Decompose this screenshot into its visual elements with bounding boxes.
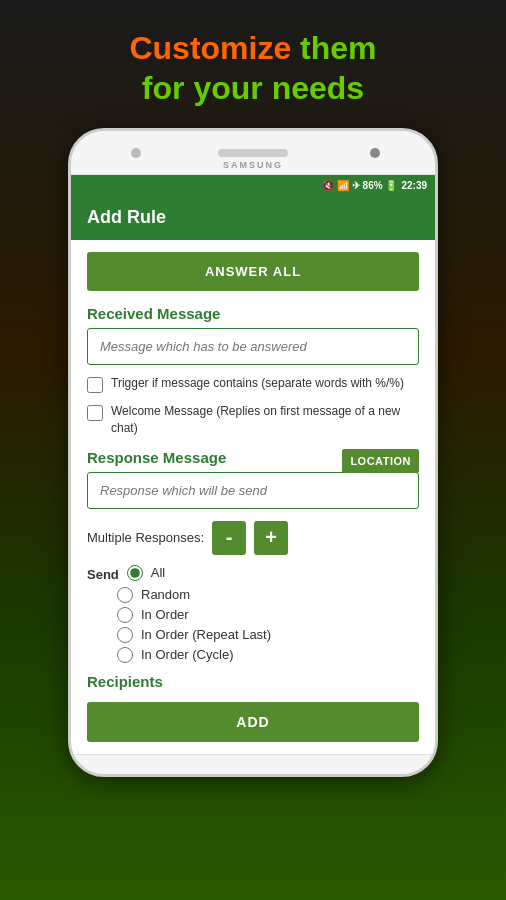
welcome-checkbox-row: Welcome Message (Replies on first messag… bbox=[87, 401, 419, 439]
send-inorder-repeat-label: In Order (Repeat Last) bbox=[141, 627, 271, 642]
multiple-responses-label: Multiple Responses: bbox=[87, 530, 204, 545]
received-message-input[interactable] bbox=[87, 328, 419, 365]
app-header: Add Rule bbox=[71, 195, 435, 240]
radio-group: Random In Order In Order (Repeat Last) I… bbox=[87, 587, 419, 663]
send-inorder-cycle-row: In Order (Cycle) bbox=[117, 647, 419, 663]
received-message-label: Received Message bbox=[87, 305, 419, 322]
send-inorder-repeat-row: In Order (Repeat Last) bbox=[117, 627, 419, 643]
send-section: Send All Random In Order In Order (Repe bbox=[87, 565, 419, 663]
app-header-title: Add Rule bbox=[87, 207, 419, 228]
send-random-radio[interactable] bbox=[117, 587, 133, 603]
response-message-input[interactable] bbox=[87, 472, 419, 509]
send-random-label: Random bbox=[141, 587, 190, 602]
send-all-label: All bbox=[151, 565, 165, 580]
headline-line2: for your needs bbox=[129, 68, 376, 108]
send-inorder-radio[interactable] bbox=[117, 607, 133, 623]
status-icons: 🔇 📶 ✈ 86% 🔋 bbox=[322, 180, 397, 191]
phone-camera-right bbox=[370, 148, 380, 158]
send-inorder-cycle-radio[interactable] bbox=[117, 647, 133, 663]
welcome-checkbox[interactable] bbox=[87, 405, 103, 421]
send-row: Send All bbox=[87, 565, 419, 585]
send-inorder-repeat-radio[interactable] bbox=[117, 627, 133, 643]
headline: Customize them for your needs bbox=[129, 28, 376, 108]
minus-button[interactable]: - bbox=[212, 521, 246, 555]
send-all-row: All bbox=[127, 565, 165, 581]
phone-bottom-bar bbox=[71, 754, 435, 774]
send-inorder-label: In Order bbox=[141, 607, 189, 622]
plus-button[interactable]: + bbox=[254, 521, 288, 555]
phone-shell: SAMSUNG 🔇 📶 ✈ 86% 🔋 22:39 Add Rule ANSWE… bbox=[68, 128, 438, 777]
answer-all-button[interactable]: ANSWER ALL bbox=[87, 252, 419, 291]
phone-top-bar: SAMSUNG bbox=[71, 131, 435, 175]
recipients-section: Recipients ADD bbox=[87, 673, 419, 742]
headline-customize: Customize bbox=[129, 30, 300, 66]
app-body: ANSWER ALL Received Message Trigger if m… bbox=[71, 240, 435, 754]
multiple-responses-row: Multiple Responses: - + bbox=[87, 521, 419, 555]
recipients-label: Recipients bbox=[87, 673, 419, 690]
send-all-radio[interactable] bbox=[127, 565, 143, 581]
send-label: Send bbox=[87, 567, 119, 582]
send-inorder-cycle-label: In Order (Cycle) bbox=[141, 647, 233, 662]
response-section: Response Message LOCATION bbox=[87, 449, 419, 517]
send-random-row: Random bbox=[117, 587, 419, 603]
trigger-checkbox-row: Trigger if message contains (separate wo… bbox=[87, 373, 419, 395]
status-bar: 🔇 📶 ✈ 86% 🔋 22:39 bbox=[71, 175, 435, 195]
headline-them: them bbox=[300, 30, 376, 66]
status-time: 22:39 bbox=[401, 180, 427, 191]
trigger-checkbox-label: Trigger if message contains (separate wo… bbox=[111, 375, 404, 392]
location-button[interactable]: LOCATION bbox=[342, 449, 419, 473]
welcome-checkbox-label: Welcome Message (Replies on first messag… bbox=[111, 403, 419, 437]
phone-camera-left bbox=[131, 148, 141, 158]
phone-speaker bbox=[218, 149, 288, 157]
add-button[interactable]: ADD bbox=[87, 702, 419, 742]
send-inorder-row: In Order bbox=[117, 607, 419, 623]
trigger-checkbox[interactable] bbox=[87, 377, 103, 393]
samsung-label: SAMSUNG bbox=[223, 160, 283, 170]
